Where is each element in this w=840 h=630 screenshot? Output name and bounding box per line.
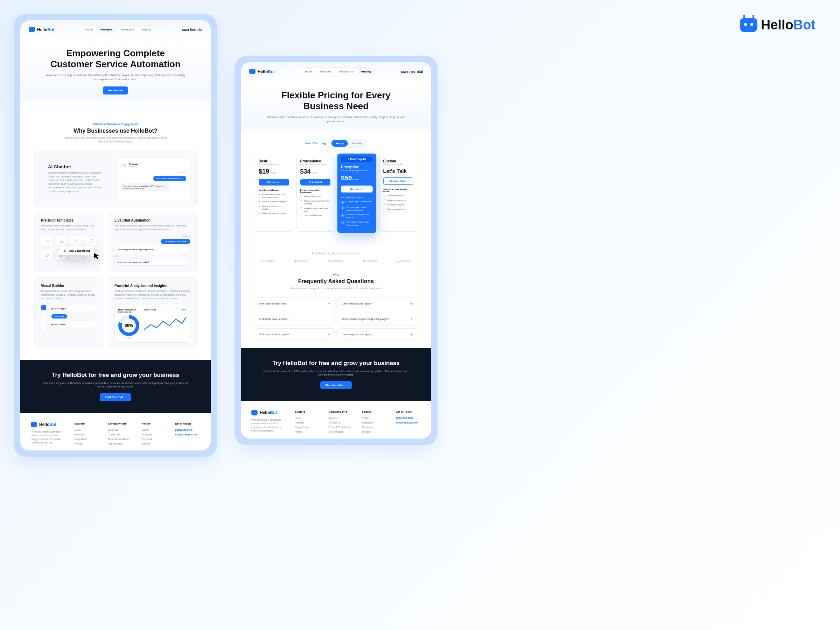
monthly-option[interactable]: Monthly: [348, 140, 366, 147]
start-trial-link[interactable]: Start Free Trial: [401, 70, 423, 74]
nav-features[interactable]: Features: [97, 27, 115, 33]
plan-enterprise: ✦ Most Popular EnterpriseBest for large …: [337, 153, 377, 234]
robot-icon: [251, 410, 257, 415]
csat-trend-chart: [144, 313, 186, 334]
chat-preview: ✦AI AssistOnline Customer Is this servic…: [117, 157, 190, 200]
arrow-icon: ↝: [322, 141, 326, 146]
plus-icon: +: [410, 302, 413, 306]
call-scheduling-tile[interactable]: ✆Call Scheduling: [59, 246, 95, 255]
chat-user-bubble: Is this service available 24/7?: [153, 176, 186, 181]
faq-item[interactable]: Can I integrate other apps?+: [337, 328, 417, 341]
yearly-option[interactable]: Yearly: [332, 140, 348, 147]
hero-subtitle: Choose a plan that fits your needs, from…: [265, 115, 407, 123]
partner-logo: ❖ Software: [328, 259, 343, 262]
nav-home[interactable]: Home: [302, 69, 316, 74]
live-chat-card: Live Chat Automation Automate customer s…: [108, 212, 197, 272]
faq-section: FAQ Frequently Asked Questions Answers t…: [241, 266, 431, 348]
tool-icon[interactable]: [41, 305, 47, 311]
plan-custom: CustomContact us for details Let's Talk …: [379, 155, 418, 232]
partner-logo: ⬢ Techlify: [294, 259, 308, 262]
template-grid: ◎☁✉☷ ⊞◧≡⬚ ✆Call Scheduling: [41, 235, 96, 261]
card-title: AI Chatbot: [48, 164, 103, 169]
section-subtitle: HelloBot offers 24/7 automated support a…: [60, 136, 172, 144]
hero-subtitle: Automate every step of customer interact…: [45, 73, 186, 82]
flow-node[interactable]: ◉ Select Trigger: [49, 305, 96, 312]
eyebrow-text: Effortless Customer Engagement: [34, 123, 197, 126]
get-started-button[interactable]: Get Started: [103, 87, 128, 95]
nav-integrations[interactable]: Integrations: [117, 27, 138, 33]
section-title: Why Businesses use HelloBot?: [34, 128, 197, 134]
nav-pricing[interactable]: Pricing: [139, 27, 154, 33]
get-started-button[interactable]: Get started: [259, 179, 289, 185]
phone-icon: ✆: [64, 249, 66, 253]
robot-icon: [31, 422, 37, 427]
start-trial-button[interactable]: Start free trial →: [100, 393, 131, 401]
plus-icon: +: [328, 302, 330, 306]
nav-pricing[interactable]: Pricing: [358, 69, 374, 74]
template-slot-icon[interactable]: ☁: [56, 235, 68, 247]
plus-icon: +: [410, 332, 413, 337]
most-popular-badge: ✦ Most Popular: [341, 156, 373, 163]
hero-title: Empowering Complete Customer Service Aut…: [45, 48, 186, 69]
hero-section: Empowering Complete Customer Service Aut…: [20, 39, 211, 112]
nav-features[interactable]: Features: [317, 69, 335, 74]
sparkle-icon: ✦: [122, 163, 127, 167]
ai-chatbot-card: AI Chatbot Enhance customer interactions…: [34, 150, 197, 207]
template-slot-icon[interactable]: ☷: [85, 235, 96, 247]
plan-professional: ProfessionalBest for growing businesses …: [297, 155, 335, 232]
partner-logo: ✈ Startup: [261, 259, 275, 262]
cta-band: Try HelloBot for free and grow your busi…: [241, 348, 431, 401]
plus-icon: +: [328, 317, 330, 322]
pricing-page-mockup: HelloBot Home Features Integrations Pric…: [235, 56, 437, 445]
robot-icon: [249, 69, 256, 74]
brand-text-1: Hello: [761, 17, 793, 32]
site-logo[interactable]: HelloBot: [29, 27, 54, 32]
start-trial-link[interactable]: Start free trial: [182, 28, 202, 32]
template-slot-icon[interactable]: ⊞: [41, 249, 53, 261]
cursor-icon: [93, 253, 101, 260]
partner-logo: ▣ Camera: [363, 259, 377, 262]
chat-bot-bubble: Yes, our service is available 24/7, read…: [120, 183, 170, 191]
faq-item[interactable]: Is HelloBot easy to set up?+: [255, 313, 335, 325]
partner-logo: ☁ Cloudly: [397, 259, 411, 262]
nav-tabs: Home Features Integrations Pricing: [81, 25, 156, 34]
why-section: Effortless Customer Engagement Why Busin…: [20, 112, 211, 360]
get-started-button[interactable]: Get started: [300, 179, 331, 185]
cta-band: Try HelloBot for free and grow your busi…: [20, 360, 211, 413]
template-slot-icon[interactable]: ✉: [70, 235, 82, 247]
trusted-section: Trusted by the world's most innovative t…: [241, 242, 431, 266]
contact-sales-button[interactable]: Contact Sales: [383, 177, 414, 185]
start-trial-button[interactable]: Start free trial →: [320, 381, 352, 389]
site-logo[interactable]: HelloBot: [249, 69, 275, 74]
top-nav: HelloBot Home Features Integrations Pric…: [241, 62, 431, 81]
templates-card: Pre-Built Templates Use ready-made templ…: [34, 212, 103, 272]
nav-home[interactable]: Home: [82, 27, 96, 33]
plan-basic: BasicBest for personal use $19/month Get…: [255, 155, 293, 232]
hero-title: Flexible Pricing for Every Business Need: [265, 90, 407, 112]
faq-item[interactable]: What are the pricing plans?+: [255, 328, 335, 341]
robot-icon: [29, 27, 35, 32]
brand-text-2: Bot: [793, 17, 815, 32]
features-page-mockup: HelloBot Home Features Integrations Pric…: [14, 14, 217, 457]
gauge-chart: 80%: [118, 315, 139, 336]
card-desc: Enhance customer interactions with AI As…: [48, 171, 103, 193]
main-brand-logo: HelloBot: [740, 17, 815, 33]
site-footer: HelloBot Providing smart, automated chat…: [20, 413, 211, 450]
plus-icon: +: [410, 317, 413, 322]
pricing-plans: BasicBest for personal use $19/month Get…: [255, 155, 417, 232]
plus-icon: +: [328, 332, 330, 337]
template-slot-icon[interactable]: ◎: [41, 235, 53, 247]
analytics-card: Powerful Analytics and Insights Track pe…: [108, 277, 197, 349]
faq-item[interactable]: How does HelloBot work?+: [255, 297, 335, 310]
robot-icon: [740, 18, 757, 32]
flow-node[interactable]: ◉ Select Action: [49, 321, 96, 328]
faq-item[interactable]: Does HelloBot support multiple languages…: [337, 313, 417, 325]
visual-builder-card: Visual Builder Design chat flows easily …: [34, 277, 103, 349]
faq-item[interactable]: Can I integrate other apps?+: [337, 297, 417, 310]
get-started-button[interactable]: Get started: [341, 186, 373, 193]
nav-integrations[interactable]: Integrations: [335, 69, 357, 74]
top-nav: HelloBot Home Features Integrations Pric…: [20, 20, 211, 39]
billing-toggle: Save 25% ↝ YearlyMonthly: [255, 139, 417, 148]
site-footer: HelloBot Providing smart, automated chat…: [241, 401, 431, 439]
